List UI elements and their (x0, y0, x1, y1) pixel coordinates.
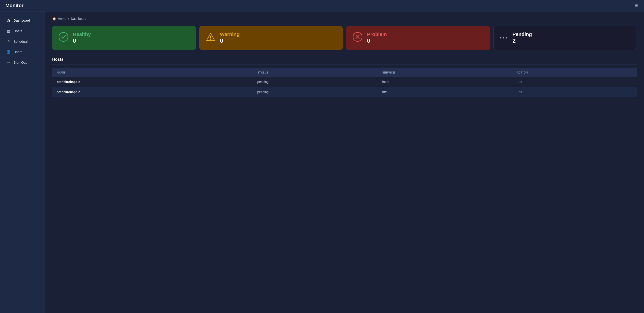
hosts-icon: ▤ (6, 29, 11, 33)
sidebar-item-schedual[interactable]: ≡ Schedual (2, 37, 43, 46)
edit-button-1[interactable]: Edit (512, 87, 637, 97)
breadcrumb-separator: › (68, 17, 69, 20)
sidebar-item-label: Users (14, 50, 22, 54)
sidebar-item-label: Schedual (14, 39, 28, 43)
signout-icon: → (6, 60, 11, 64)
healthy-count: 0 (73, 37, 91, 44)
home-icon: 🏠 (52, 17, 56, 20)
row-status: pending (253, 77, 378, 87)
row-status: pending (253, 87, 378, 97)
problem-info: Problem 0 (367, 31, 387, 44)
dashboard-icon: ◑ (6, 18, 11, 22)
column-status: Status (253, 68, 378, 77)
table-row: patrickrchapple pending http Edit (52, 87, 637, 97)
content-area: 🏠 Home › Dashboard Healthy 0 (45, 11, 644, 313)
breadcrumb: 🏠 Home › Dashboard (52, 17, 637, 20)
status-card-problem[interactable]: Problem 0 (346, 26, 490, 50)
sidebar-item-dashboard[interactable]: ◑ Dashboard (2, 15, 43, 25)
section-divider (52, 64, 637, 65)
status-card-warning[interactable]: Warning 0 (199, 26, 343, 50)
healthy-icon (58, 32, 68, 44)
sidebar-item-label: Dashboard (14, 18, 30, 22)
breadcrumb-current: Dashboard (71, 17, 86, 20)
sidebar-item-users[interactable]: 👤 Users (2, 47, 43, 57)
warning-icon (206, 32, 216, 44)
row-service: https (378, 77, 512, 87)
pending-label: Pending (512, 31, 532, 37)
warning-label: Warning (220, 31, 240, 37)
hosts-section: Hosts Name Status Service Action patrick… (52, 57, 637, 97)
app-title: Monitor (6, 3, 24, 8)
settings-icon[interactable]: ☀ (634, 3, 638, 8)
warning-info: Warning 0 (220, 31, 240, 44)
users-icon: 👤 (6, 50, 11, 54)
status-card-pending[interactable]: ··· Pending 2 (494, 26, 637, 50)
hosts-section-title: Hosts (52, 57, 637, 62)
row-service: http (378, 87, 512, 97)
breadcrumb-home[interactable]: Home (58, 17, 66, 20)
status-cards: Healthy 0 Warning 0 (52, 26, 637, 50)
sidebar: ◑ Dashboard ▤ Hosts ≡ Schedual 👤 Users →… (0, 11, 45, 313)
problem-label: Problem (367, 31, 387, 37)
problem-icon (352, 32, 362, 44)
problem-count: 0 (367, 37, 387, 44)
sidebar-item-signout[interactable]: → Sign Out (2, 57, 43, 67)
sidebar-item-label: Sign Out (14, 60, 26, 64)
sidebar-item-hosts[interactable]: ▤ Hosts (2, 26, 43, 36)
hosts-table: Name Status Service Action patrickrchapp… (52, 68, 637, 97)
pending-count: 2 (512, 37, 532, 44)
table-body: patrickrchapple pending https Edit patri… (52, 77, 637, 97)
svg-point-3 (210, 39, 211, 40)
main-layout: ◑ Dashboard ▤ Hosts ≡ Schedual 👤 Users →… (0, 11, 644, 313)
healthy-info: Healthy 0 (73, 31, 91, 44)
pending-icon: ··· (500, 34, 508, 42)
column-name: Name (52, 68, 253, 77)
pending-info: Pending 2 (512, 31, 532, 44)
svg-point-0 (59, 32, 68, 41)
edit-button-0[interactable]: Edit (512, 77, 637, 87)
table-header-row: Name Status Service Action (52, 68, 637, 77)
healthy-label: Healthy (73, 31, 91, 37)
row-name: patrickrchapple (52, 77, 253, 87)
table-row: patrickrchapple pending https Edit (52, 77, 637, 87)
row-name: patrickrchapple (52, 87, 253, 97)
schedual-icon: ≡ (6, 39, 11, 43)
status-card-healthy[interactable]: Healthy 0 (52, 26, 196, 50)
warning-count: 0 (220, 37, 240, 44)
topbar: Monitor ☀ (0, 0, 644, 11)
column-service: Service (378, 68, 512, 77)
sidebar-item-label: Hosts (14, 29, 22, 33)
table-header: Name Status Service Action (52, 68, 637, 77)
column-action: Action (512, 68, 637, 77)
